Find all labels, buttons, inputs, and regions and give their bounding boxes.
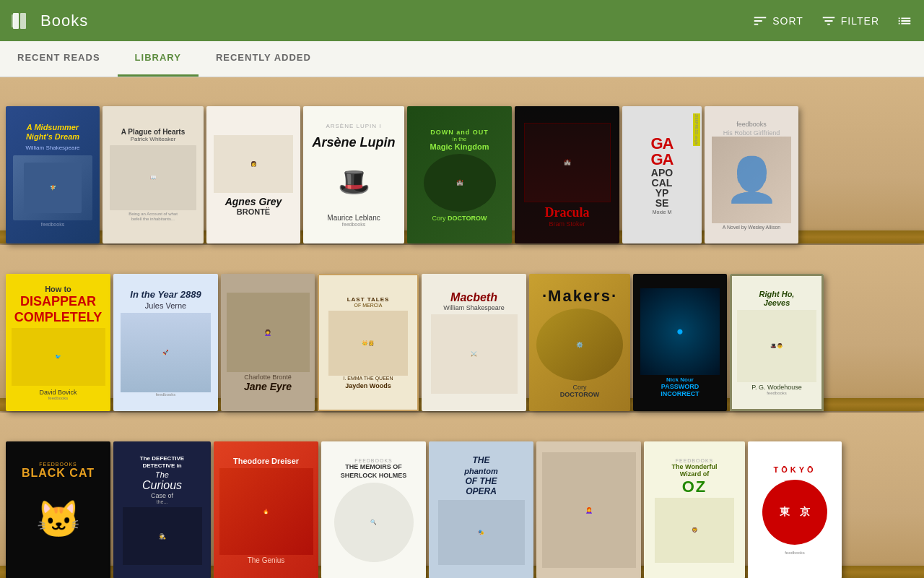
book-arsene[interactable]: ARSÈNE LUPIN I Arsène Lupin 🎩 Maurice Le…	[303, 106, 404, 243]
svg-rect-2	[12, 14, 14, 27]
sort-button[interactable]: SORT	[752, 13, 803, 29]
book-year2889[interactable]: In the Year 2889 Jules Verne 🚀 feedbooks	[113, 274, 218, 411]
book-right-ho[interactable]: Right Ho,Jeeves 🎩👨 P. G. Wodehouse feedb…	[730, 274, 824, 411]
book-jane-eyre[interactable]: 👩‍🦱 Charlotte Brontë Jane Eyre	[221, 274, 315, 411]
shelf-1: A MidsummerNight's Dream William Shakesp…	[0, 77, 924, 243]
filter-label: FILTER	[841, 15, 879, 27]
sort-icon	[752, 13, 768, 29]
tab-library[interactable]: LIBRARY	[118, 40, 199, 77]
book-agnes[interactable]: 👩 Agnes Grey BRONTË	[206, 106, 300, 243]
book-disappear[interactable]: How toDISAPPEARCOMPLETELY 🐦 David Bovick…	[6, 274, 110, 411]
book-dreiser[interactable]: Theodore Dreiser 🔥 The Genius	[214, 441, 318, 578]
list-icon	[897, 13, 912, 29]
shelf-2: How toDISAPPEARCOMPLETELY 🐦 David Bovick…	[0, 245, 924, 411]
svg-rect-0	[13, 13, 19, 29]
tab-recently-added[interactable]: RECENTLY ADDED	[199, 40, 328, 77]
sort-label: SORT	[772, 15, 803, 27]
book-robot[interactable]: feedbooks His Robot Girlfriend 👤 A Novel…	[705, 106, 798, 243]
tab-recent-reads[interactable]: RECENT READS	[0, 40, 118, 77]
book-plague[interactable]: A Plague of Hearts Patrick Whiteaker 📖 B…	[103, 106, 204, 243]
topbar-actions: SORT FILTER	[752, 13, 912, 29]
book-down-out[interactable]: DOWN and OUT in the Magic Kingdom 🏰 Cory…	[407, 106, 512, 243]
book-portrait[interactable]: 👩‍🦰	[536, 441, 641, 578]
book-password[interactable]: ⬤ Nick Nour PASSWORDINCORRECT	[633, 274, 727, 411]
book-tokyo[interactable]: TŌKYŌ 東 京 feedbooks	[748, 441, 842, 578]
book-phantom[interactable]: THEphantomOF THEOPERA 🎭	[429, 441, 533, 578]
filter-icon	[821, 13, 837, 29]
filter-button[interactable]: FILTER	[821, 13, 879, 29]
book-black-cat[interactable]: FEEDBOOKS BLACK CAT 🐱	[6, 441, 110, 578]
tabbar: RECENT READS LIBRARY RECENTLY ADDED	[0, 41, 924, 77]
app-logo: Books	[12, 10, 88, 32]
topbar: Books SORT FILTER	[0, 0, 924, 41]
shelf-3: FEEDBOOKS BLACK CAT 🐱 The DEFECTIVEDETEC…	[0, 413, 924, 578]
book-dracula[interactable]: 🏰 Dracula Bram Stoker	[515, 106, 619, 243]
app-title: Books	[40, 12, 88, 30]
svg-rect-1	[20, 13, 26, 29]
books-icon	[12, 10, 33, 32]
list-view-button[interactable]	[897, 13, 912, 29]
book-last-tales[interactable]: LAST TALES OF MERCIA 👑👸 I. EMMA THE QUEE…	[318, 274, 419, 411]
book-macbeth[interactable]: Macbeth William Shakespeare ⚔️	[422, 274, 526, 411]
book-defective[interactable]: The DEFECTIVEDETECTIVE in TheCurious Cas…	[113, 441, 211, 578]
book-makers[interactable]: ·Makers· ⚙️ CoryDOCTOROW	[529, 274, 630, 411]
book-midsummer[interactable]: A MidsummerNight's Dream William Shakesp…	[6, 106, 100, 243]
bookshelf: A MidsummerNight's Dream William Shakesp…	[0, 77, 924, 578]
book-gaga[interactable]: GAGA APOCALYPSE Moxie M ZIEKPRESS single	[622, 106, 702, 243]
book-sherlock[interactable]: FEEDBOOKS THE MEMOIRS OFSHERLOCK HOLMES …	[321, 441, 426, 578]
book-oz[interactable]: FEEDBOOKS The WonderfulWizard of OZ 🦁	[644, 441, 745, 578]
